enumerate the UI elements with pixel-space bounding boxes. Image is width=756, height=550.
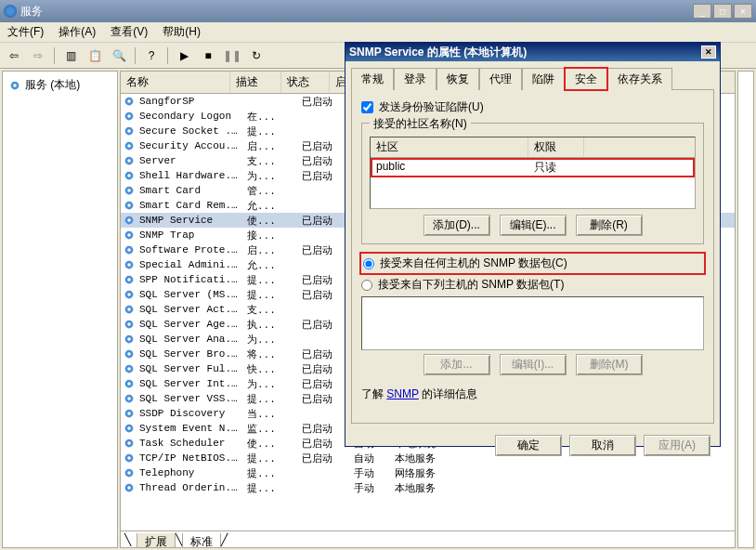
svg-point-19 — [127, 218, 131, 222]
svg-point-1 — [13, 84, 17, 87]
services-icon — [4, 5, 17, 18]
svg-point-15 — [127, 189, 131, 192]
add-host-button[interactable]: 添加... — [424, 354, 490, 375]
tab-logon[interactable]: 登录 — [394, 68, 437, 90]
svg-point-43 — [127, 397, 131, 400]
menu-help[interactable]: 帮助(H) — [163, 24, 201, 40]
svg-point-9 — [127, 144, 131, 148]
svg-point-17 — [127, 203, 131, 207]
gear-icon — [8, 79, 21, 92]
accept-listed-hosts-radio[interactable] — [361, 280, 372, 291]
send-trap-checkbox[interactable] — [361, 101, 373, 113]
svg-point-53 — [127, 471, 131, 475]
community-list[interactable]: 社区 权限 public 只读 — [370, 137, 696, 209]
svg-point-31 — [127, 308, 131, 311]
svg-point-51 — [127, 456, 131, 460]
col-desc[interactable]: 描述 — [230, 72, 281, 93]
service-row[interactable]: Thread Orderin...提...手动本地服务 — [121, 480, 735, 495]
col-status[interactable]: 状态 — [281, 72, 330, 93]
host-list[interactable] — [361, 296, 704, 350]
svg-point-29 — [127, 293, 131, 296]
pause-button[interactable]: ❚❚ — [222, 46, 242, 66]
back-button[interactable]: ⇦ — [4, 46, 24, 66]
svg-point-13 — [127, 174, 131, 177]
maximize-button[interactable]: □ — [713, 4, 732, 19]
community-group: 接受的社区名称(N) 社区 权限 public 只读 添加(D)... 编辑(E… — [361, 123, 704, 244]
svg-point-23 — [127, 248, 131, 252]
svg-point-25 — [127, 263, 131, 267]
svg-point-33 — [127, 322, 131, 326]
dialog-titlebar: SNMP Service 的属性 (本地计算机) ✕ — [345, 43, 720, 61]
tab-security[interactable]: 安全 — [565, 68, 607, 90]
svg-point-47 — [127, 426, 131, 430]
snmp-link[interactable]: SNMP — [386, 387, 418, 400]
svg-point-35 — [127, 337, 131, 341]
menubar: 文件(F) 操作(A) 查看(V) 帮助(H) — [0, 22, 756, 43]
community-row[interactable]: public 只读 — [371, 158, 695, 177]
dialog-body: 发送身份验证陷阱(U) 接受的社区名称(N) 社区 权限 public 只读 添… — [351, 89, 714, 424]
tab-general[interactable]: 常规 — [351, 68, 394, 90]
accept-all-hosts-row: 接受来自任何主机的 SNMP 数据包(C) — [361, 254, 704, 273]
add-community-button[interactable]: 添加(D)... — [424, 215, 490, 236]
dialog-close-button[interactable]: ✕ — [701, 46, 716, 59]
dialog-footer: 确定 取消 应用(A) — [345, 429, 720, 462]
svg-point-45 — [127, 412, 131, 415]
svg-point-11 — [127, 159, 131, 163]
menu-view[interactable]: 查看(V) — [111, 24, 148, 40]
svg-point-41 — [127, 382, 131, 386]
ok-button[interactable]: 确定 — [495, 435, 562, 456]
window-title: 服务 — [20, 4, 43, 20]
right-blank-pane — [737, 71, 754, 548]
window-controls: _ □ × — [693, 4, 752, 19]
col-permission[interactable]: 权限 — [528, 138, 584, 157]
learn-more-row: 了解 SNMP 的详细信息 — [361, 386, 704, 402]
accept-listed-hosts-row: 接受来自下列主机的 SNMP 数据包(T) — [361, 277, 704, 293]
remove-host-button[interactable]: 删除(M) — [576, 354, 643, 375]
menu-action[interactable]: 操作(A) — [59, 24, 96, 40]
remove-community-button[interactable]: 删除(R) — [576, 215, 643, 236]
cancel-button[interactable]: 取消 — [569, 435, 636, 456]
svg-point-49 — [127, 441, 131, 445]
export-button[interactable]: 📋 — [85, 46, 105, 66]
tab-agent[interactable]: 代理 — [479, 68, 522, 90]
minimize-button[interactable]: _ — [693, 4, 711, 19]
refresh-button[interactable]: 🔍 — [109, 46, 129, 66]
tree-pane: 服务 (本地) — [2, 71, 118, 548]
tab-recovery[interactable]: 恢复 — [437, 68, 479, 90]
svg-point-21 — [127, 233, 131, 237]
tab-standard[interactable]: 标准 — [182, 533, 221, 548]
apply-button[interactable]: 应用(A) — [644, 435, 710, 456]
show-hide-tree-button[interactable]: ▥ — [60, 46, 81, 66]
edit-host-button[interactable]: 编辑(I)... — [500, 354, 567, 375]
svg-point-37 — [127, 352, 131, 356]
service-row[interactable]: Telephony提...手动网络服务 — [121, 465, 735, 480]
svg-point-5 — [127, 114, 131, 118]
edit-community-button[interactable]: 编辑(E)... — [500, 215, 567, 236]
accept-all-hosts-radio[interactable] — [363, 258, 374, 269]
restart-button[interactable]: ↻ — [246, 46, 267, 66]
properties-dialog: SNMP Service 的属性 (本地计算机) ✕ 常规 登录 恢复 代理 陷… — [345, 42, 721, 447]
col-community[interactable]: 社区 — [371, 138, 528, 157]
stop-button[interactable]: ■ — [198, 46, 218, 66]
menu-file[interactable]: 文件(F) — [7, 24, 44, 40]
svg-point-27 — [127, 278, 131, 282]
send-trap-checkbox-row: 发送身份验证陷阱(U) — [361, 99, 704, 115]
svg-point-3 — [127, 99, 131, 103]
tab-extended[interactable]: 扩展 — [137, 533, 176, 548]
help-button[interactable]: ? — [141, 46, 162, 66]
svg-point-7 — [127, 129, 131, 133]
dialog-tabs: 常规 登录 恢复 代理 陷阱 安全 依存关系 — [345, 61, 720, 89]
forward-button[interactable]: ⇨ — [28, 46, 48, 66]
tab-trap[interactable]: 陷阱 — [522, 68, 565, 90]
svg-point-55 — [127, 486, 131, 490]
start-button[interactable]: ▶ — [174, 46, 194, 66]
main-titlebar: 服务 _ □ × — [0, 0, 756, 22]
close-button[interactable]: × — [734, 4, 752, 19]
tab-deps[interactable]: 依存关系 — [607, 68, 672, 90]
col-name[interactable]: 名称 — [121, 72, 230, 93]
svg-point-39 — [127, 367, 131, 371]
bottom-tabs: ╲ 扩展 ╲ 标准 ╱ — [121, 530, 735, 548]
tree-root[interactable]: 服务 (本地) — [7, 75, 113, 95]
